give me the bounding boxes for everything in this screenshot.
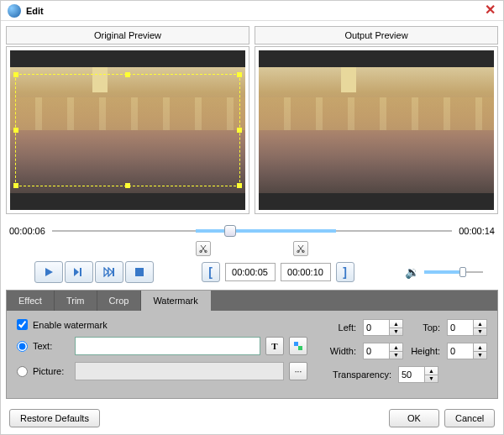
color-icon[interactable]: [289, 337, 307, 355]
width-spinner[interactable]: ▲▼: [363, 343, 403, 359]
titlebar: Edit ✕: [1, 1, 503, 21]
svg-rect-7: [294, 342, 298, 346]
volume-slider[interactable]: [424, 270, 483, 275]
step-button[interactable]: [65, 261, 93, 283]
time-current: 00:00:06: [9, 226, 45, 236]
cancel-button[interactable]: Cancel: [444, 409, 495, 427]
left-spinner[interactable]: ▲▼: [363, 319, 403, 336]
height-spinner[interactable]: ▲▼: [447, 343, 487, 359]
output-preview: [255, 46, 498, 214]
original-preview-header: Original Preview: [6, 26, 249, 45]
seek-track[interactable]: [52, 223, 452, 239]
crop-selection[interactable]: [15, 74, 240, 186]
window-title: Edit: [26, 6, 483, 16]
height-label: Height:: [408, 346, 440, 356]
footer: Restore Defaults OK Cancel: [1, 404, 503, 434]
settings-panel: Effect Trim Crop Watermark Enable waterm…: [6, 290, 498, 399]
output-preview-header: Output Preview: [255, 26, 498, 45]
preview-area: Original Preview Output Preview: [1, 21, 503, 219]
playback-controls: [ 00:00:05 00:00:10 ] 🔉: [1, 258, 503, 290]
playhead[interactable]: [224, 225, 236, 237]
mark-in-button[interactable]: [: [202, 262, 220, 282]
in-time[interactable]: 00:00:05: [225, 263, 276, 281]
volume-icon[interactable]: 🔉: [405, 265, 419, 279]
tab-effect[interactable]: Effect: [7, 291, 55, 311]
svg-rect-6: [135, 268, 144, 276]
left-label: Left:: [324, 322, 356, 333]
timeline: 00:00:06 00:00:14: [1, 219, 503, 241]
video-frame-output: [259, 67, 494, 193]
out-time[interactable]: 00:00:10: [281, 263, 331, 281]
restore-defaults-button[interactable]: Restore Defaults: [9, 409, 100, 427]
svg-rect-4: [80, 268, 81, 276]
text-label: Text:: [33, 341, 70, 351]
transparency-label: Transparency:: [324, 369, 391, 380]
original-preview[interactable]: [6, 46, 249, 214]
enable-watermark-checkbox[interactable]: [17, 319, 28, 330]
svg-rect-5: [113, 268, 114, 276]
watermark-picture-radio[interactable]: [17, 366, 28, 377]
ok-button[interactable]: OK: [389, 409, 439, 427]
watermark-text-input[interactable]: [75, 337, 260, 355]
tab-trim[interactable]: Trim: [55, 291, 97, 311]
stop-button[interactable]: [125, 261, 154, 283]
transparency-spinner[interactable]: ▲▼: [398, 366, 438, 383]
play-button[interactable]: [34, 261, 63, 283]
top-label: Top:: [408, 322, 440, 333]
browse-icon[interactable]: ···: [289, 362, 307, 380]
watermark-picture-field: [75, 362, 284, 380]
mark-out-button[interactable]: ]: [336, 262, 354, 282]
time-total: 00:00:14: [459, 226, 495, 236]
picture-label: Picture:: [33, 366, 70, 376]
cut-end-icon[interactable]: [293, 241, 308, 256]
edit-dialog: Edit ✕ Original Preview Output Preview: [0, 0, 504, 435]
tab-crop[interactable]: Crop: [97, 291, 142, 311]
svg-rect-8: [298, 346, 302, 350]
close-icon[interactable]: ✕: [483, 4, 496, 18]
watermark-text-radio[interactable]: [17, 341, 28, 352]
tab-strip: Effect Trim Crop Watermark: [7, 291, 497, 311]
width-label: Width:: [324, 346, 356, 356]
tab-watermark[interactable]: Watermark: [141, 291, 210, 311]
top-spinner[interactable]: ▲▼: [447, 319, 487, 336]
app-icon: [8, 4, 21, 18]
cut-start-icon[interactable]: [196, 241, 211, 256]
font-icon[interactable]: T: [265, 337, 284, 355]
next-button[interactable]: [95, 261, 123, 283]
enable-watermark-label: Enable watermark: [33, 320, 108, 330]
